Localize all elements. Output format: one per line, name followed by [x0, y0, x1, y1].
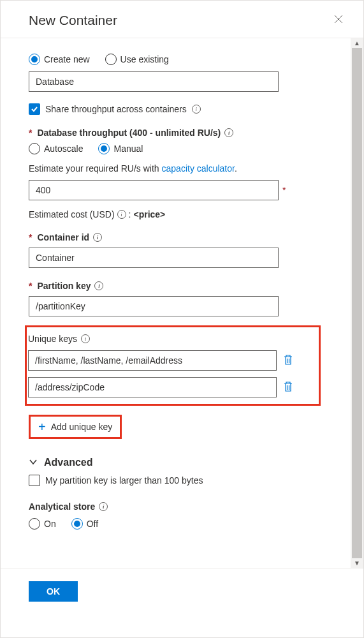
info-icon[interactable]: i [99, 502, 108, 511]
radio-checked-icon [71, 518, 83, 530]
required-asterisk: * [29, 232, 32, 242]
colon: : [129, 209, 131, 219]
panel-content: Create new Use existing Share throughput… [1, 38, 351, 568]
throughput-autoscale[interactable]: Autoscale [29, 143, 83, 154]
db-mode-create-new[interactable]: Create new [29, 54, 90, 65]
close-button[interactable] [329, 12, 348, 29]
share-throughput-label: Share throughput across containers [45, 104, 187, 114]
plus-icon: + [38, 420, 46, 433]
scroll-down-arrow-icon[interactable]: ▼ [354, 558, 360, 568]
ok-button[interactable]: OK [29, 581, 78, 602]
throughput-autoscale-label: Autoscale [44, 144, 83, 154]
advanced-toggle[interactable]: Advanced [29, 457, 348, 468]
database-name-input[interactable] [29, 71, 279, 92]
analytical-store-on-label: On [44, 519, 56, 529]
throughput-manual-label: Manual [113, 144, 143, 154]
trash-icon [283, 354, 293, 366]
radio-checked-icon [29, 54, 40, 65]
throughput-hint: Estimate your required RU/s with capacit… [29, 163, 348, 174]
info-icon[interactable]: i [93, 233, 102, 242]
estimated-cost-label: Estimated cost (USD) [29, 209, 115, 219]
scroll-thumb[interactable] [352, 48, 362, 558]
panel-title: New Container [29, 13, 117, 28]
info-icon[interactable]: i [224, 128, 233, 137]
required-asterisk: * [29, 281, 32, 291]
estimated-cost-value: <price> [133, 209, 165, 219]
pk-large-checkbox[interactable] [29, 475, 40, 486]
container-id-label: Container id [37, 232, 89, 242]
analytical-store-on[interactable]: On [29, 518, 56, 530]
radio-unchecked-icon [29, 518, 40, 530]
info-icon[interactable]: i [81, 334, 90, 343]
chevron-down-icon [29, 458, 38, 467]
scrollbar[interactable]: ▲ ▼ [351, 38, 363, 568]
analytical-store-label: Analytical store [29, 501, 95, 512]
analytical-store-off[interactable]: Off [71, 518, 98, 530]
share-throughput-checkbox[interactable] [29, 103, 40, 115]
unique-key-input-1[interactable] [28, 377, 277, 397]
info-icon[interactable]: i [94, 281, 103, 290]
unique-key-input-0[interactable] [28, 350, 277, 371]
required-asterisk: * [29, 128, 32, 138]
info-icon[interactable]: i [117, 210, 126, 219]
info-icon[interactable]: i [192, 105, 201, 114]
throughput-input[interactable] [29, 180, 279, 200]
container-id-input[interactable] [29, 248, 279, 268]
throughput-label: Database throughput (400 - unlimited RU/… [37, 128, 221, 138]
throughput-manual[interactable]: Manual [98, 143, 143, 154]
analytical-store-off-label: Off [87, 519, 98, 529]
scroll-up-arrow-icon[interactable]: ▲ [354, 38, 360, 48]
required-asterisk: * [282, 185, 286, 195]
trash-icon [283, 381, 293, 392]
checkmark-icon [31, 105, 38, 113]
add-unique-key-label: Add unique key [51, 422, 113, 432]
db-mode-use-existing-label: Use existing [120, 54, 169, 64]
add-unique-key-button[interactable]: + Add unique key [29, 415, 122, 439]
unique-keys-label: Unique keys [28, 334, 77, 344]
radio-checked-icon [98, 143, 110, 154]
radio-unchecked-icon [29, 143, 40, 154]
partition-key-input[interactable] [29, 296, 279, 316]
partition-key-label: Partition key [37, 281, 91, 291]
pk-large-label: My partition key is larger than 100 byte… [45, 475, 203, 486]
unique-keys-section: Unique keys i [25, 325, 321, 406]
capacity-calculator-link[interactable]: capacity calculator [162, 163, 235, 174]
db-mode-use-existing[interactable]: Use existing [105, 54, 169, 65]
delete-unique-key-button-0[interactable] [283, 354, 293, 367]
db-mode-create-new-label: Create new [44, 54, 90, 64]
close-icon [334, 15, 343, 24]
advanced-title: Advanced [44, 457, 92, 468]
radio-unchecked-icon [105, 54, 117, 65]
delete-unique-key-button-1[interactable] [283, 381, 293, 394]
